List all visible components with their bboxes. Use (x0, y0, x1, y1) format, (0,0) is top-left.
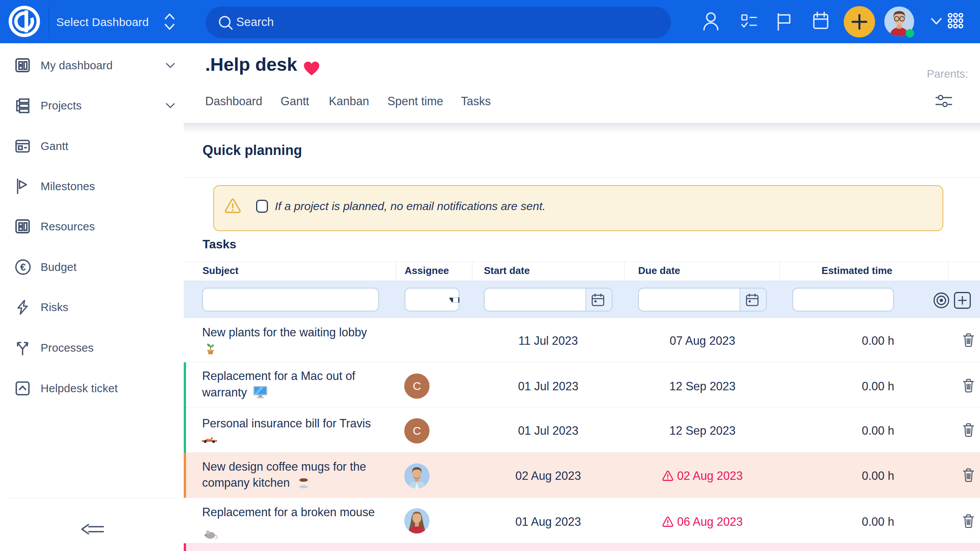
svg-text:€: € (20, 261, 26, 273)
